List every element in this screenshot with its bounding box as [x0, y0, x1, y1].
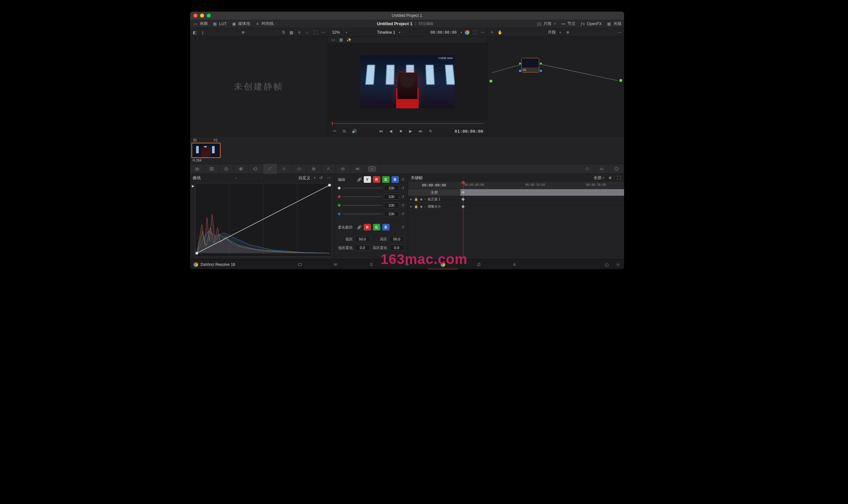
luma-channel-button[interactable]: Y: [364, 176, 371, 183]
link-icon[interactable]: 🔗: [357, 178, 362, 182]
node-graph-panel[interactable]: 01: [488, 37, 624, 136]
keyframe-timecode[interactable]: 00:00:00:00: [408, 183, 460, 187]
download-icon[interactable]: ⤓: [200, 30, 205, 35]
grid-view-icon[interactable]: ▦: [338, 37, 344, 42]
picker-icon[interactable]: ✑: [332, 128, 337, 134]
reset-icon[interactable]: ↺: [401, 186, 404, 191]
eye-icon[interactable]: ●: [410, 205, 412, 208]
color-wheel-icon[interactable]: [465, 30, 470, 35]
curve-page-dots[interactable]: ● ○ ○ ○ ○ ○: [235, 177, 263, 179]
curves-graph[interactable]: ▶: [195, 183, 332, 257]
chevron-right-icon[interactable]: ›: [425, 205, 426, 208]
viewer-image[interactable]: CG画质 bilibili: [328, 43, 487, 121]
speaker-icon[interactable]: 🔊: [352, 128, 357, 134]
sort-icon[interactable]: ⇅: [281, 30, 286, 35]
low-soft-value[interactable]: [355, 245, 370, 251]
clip-thumbnail[interactable]: [192, 143, 220, 158]
openfx-button[interactable]: ƒxOpenFX: [580, 21, 602, 26]
timeline-name[interactable]: Timeline 1: [377, 30, 395, 35]
nodes-clips-label[interactable]: 片段: [548, 30, 556, 35]
reset-icon[interactable]: ↺: [401, 177, 404, 182]
reset-icon[interactable]: ↺: [401, 225, 404, 230]
eye-icon[interactable]: ●: [410, 197, 412, 201]
marker-dot[interactable]: [566, 31, 569, 34]
luma-value[interactable]: [384, 185, 399, 191]
marker-dot[interactable]: [242, 31, 245, 34]
media-page-button[interactable]: [282, 259, 318, 270]
keyframe-diamond-icon[interactable]: ◆: [420, 197, 423, 201]
color-match-icon[interactable]: [205, 164, 219, 174]
nodes-button[interactable]: ⊶节点: [561, 21, 576, 26]
scopes-icon[interactable]: [595, 164, 610, 174]
expand-icon[interactable]: ⛶: [313, 30, 318, 35]
reset-icon[interactable]: ↺: [318, 175, 324, 180]
red-value[interactable]: [384, 194, 399, 200]
cut-page-button[interactable]: [318, 259, 353, 270]
timecode-display[interactable]: 00:00:00:00: [430, 30, 457, 35]
clips-button[interactable]: ▯▯片段▾: [537, 21, 556, 26]
low-value[interactable]: [355, 236, 370, 242]
more-icon[interactable]: ⋯: [480, 30, 485, 35]
keyframe-all[interactable]: 全部: [594, 175, 602, 181]
lightbox-button[interactable]: ▦光箱: [606, 21, 621, 26]
lock-icon[interactable]: 🔒: [414, 197, 418, 201]
window-icon[interactable]: [307, 164, 321, 174]
search-icon[interactable]: ⌕: [305, 30, 310, 35]
reset-icon[interactable]: ↺: [401, 194, 404, 199]
color-wheels-icon[interactable]: [219, 164, 234, 174]
keyframe-track[interactable]: [460, 196, 624, 203]
motion-effects-icon[interactable]: [248, 164, 263, 174]
grid-icon[interactable]: ▦: [289, 30, 294, 35]
sidebar-toggle-icon[interactable]: ◧: [192, 30, 197, 35]
red-channel-button[interactable]: R: [373, 176, 380, 183]
view-mode-icon[interactable]: ▭: [331, 37, 336, 42]
maximize-window-icon[interactable]: [207, 14, 211, 18]
blur-icon[interactable]: [351, 164, 365, 174]
curves-icon[interactable]: [263, 164, 278, 174]
reset-icon[interactable]: ↺: [401, 212, 404, 216]
reset-icon[interactable]: ↺: [401, 203, 404, 208]
chevron-down-icon[interactable]: ▾: [346, 31, 348, 34]
deliver-page-button[interactable]: [497, 259, 532, 270]
viewer-timecode[interactable]: 01:00:00:00: [455, 129, 483, 134]
chevron-down-icon[interactable]: ▾: [460, 31, 462, 34]
hand-icon[interactable]: ✋: [497, 30, 503, 35]
tracking-icon[interactable]: [321, 164, 336, 174]
blue-channel-button[interactable]: B: [391, 176, 399, 183]
expand-icon[interactable]: ⛶: [616, 175, 621, 180]
more-icon[interactable]: ⋯: [617, 30, 622, 35]
color-warper-icon[interactable]: [278, 164, 292, 174]
layers-icon[interactable]: ⧉: [342, 128, 347, 134]
settings-gear-icon[interactable]: [616, 262, 621, 267]
keyframe-diamond-icon[interactable]: ◆: [420, 205, 423, 208]
master-track-lane[interactable]: [460, 189, 624, 196]
rgb-mixer-icon[interactable]: [234, 164, 248, 174]
green-channel-button[interactable]: G: [382, 176, 390, 183]
wand-icon[interactable]: ✨: [347, 37, 352, 42]
keyframe-track[interactable]: [460, 203, 624, 210]
home-icon[interactable]: [604, 262, 610, 267]
timeline-ruler[interactable]: 00:00:00:00 00:00:19:04 00:00:38:08: [460, 182, 624, 189]
blue-slider[interactable]: [342, 214, 382, 214]
expand-icon[interactable]: ⛶: [472, 30, 477, 35]
camera-raw-icon[interactable]: [190, 164, 205, 174]
chevron-right-icon[interactable]: ›: [425, 197, 426, 201]
blue-value[interactable]: [384, 211, 399, 217]
mediapool-button[interactable]: ▣媒体池: [231, 21, 250, 26]
timeline-button[interactable]: ≡时间线: [255, 21, 273, 26]
lock-icon[interactable]: 🔒: [414, 205, 418, 208]
green-value[interactable]: [384, 202, 399, 208]
prev-frame-icon[interactable]: ◀: [388, 128, 393, 134]
marker-dot[interactable]: [609, 177, 612, 179]
red-slider[interactable]: [342, 196, 382, 197]
red-channel-button[interactable]: R: [364, 224, 371, 231]
last-frame-icon[interactable]: ⏭: [418, 128, 423, 134]
green-channel-button[interactable]: G: [373, 224, 380, 231]
stop-icon[interactable]: ■: [398, 128, 404, 134]
stereo-3d-icon[interactable]: 3D: [365, 164, 379, 174]
chevron-down-icon[interactable]: ▾: [399, 31, 401, 34]
play-icon[interactable]: ▶: [408, 128, 413, 134]
play-icon[interactable]: ▶: [192, 184, 194, 188]
high-value[interactable]: [389, 236, 404, 242]
viewer-scrubber[interactable]: [328, 121, 487, 126]
